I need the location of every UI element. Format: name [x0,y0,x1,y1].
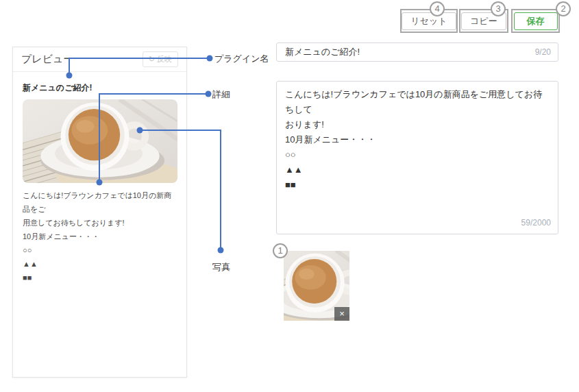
connector-line [99,93,100,181]
preview-description-line: ▲▲ [23,257,177,271]
connector-line [140,130,221,131]
preview-description-line: こんにちは!ブラウンカフェでは10月の新商品をご [23,188,177,216]
preview-description-line: ■■ [23,271,177,284]
step-4-badge: 4 [430,1,445,16]
refresh-icon: ↻ [149,55,155,63]
apply-button-label: 反映 [157,55,172,63]
connector-dot [207,56,213,62]
connector-dot [218,247,224,254]
preview-photo [23,99,177,183]
detail-line: ▲▲ [285,162,550,177]
plugin-edit-screen: リセット コピー 保存 4 3 2 プレビュー ↻ 反映 新メニュのご紹介! こ… [0,0,579,392]
preview-description: こんにちは!ブラウンカフェでは10月の新商品をご 用意してお待ちしております! … [23,188,177,284]
preview-description-line: 10月新メニュー・・・ [23,230,177,243]
photo-thumbnail[interactable]: × [284,251,349,321]
preview-post-title: 新メニュのご紹介! [23,82,177,94]
connector-line [69,58,70,74]
plugin-name-input[interactable] [284,47,530,58]
label-photo: 写真 [212,261,230,273]
connector-line [69,58,210,59]
detail-line: ○○ [285,147,550,162]
title-char-counter: 9/20 [535,47,551,57]
plugin-name-field[interactable]: 9/20 [276,42,558,62]
label-detail: 詳細 [212,88,230,101]
connector-dot [137,127,143,134]
step-2-badge: 2 [556,1,571,16]
detail-line: おります! [285,117,550,132]
detail-line: 10月新メニュー・・・ [285,132,550,147]
step-1-badge: 1 [273,243,288,258]
connector-dot [97,180,103,186]
detail-line: こんにちは!ブラウンカフェでは10月の新商品をご用意してお待ちして [285,87,550,117]
preview-header: プレビュー ↻ 反映 [13,47,186,72]
connector-line [99,93,208,95]
annotation-box-save: 保存 [511,9,560,33]
reset-button[interactable]: リセット [402,12,456,30]
detail-char-counter: 59/2000 [521,215,551,230]
detail-line: ■■ [285,177,550,193]
preview-description-line: 用意してお待ちしております! [23,216,177,230]
connector-dot [206,91,212,97]
preview-description-line: ○○ [23,243,177,257]
step-3-badge: 3 [491,1,506,16]
detail-textarea[interactable]: こんにちは!ブラウンカフェでは10月の新商品をご用意してお待ちして おります! … [276,81,558,234]
preview-panel-title: プレビュー [21,53,73,66]
annotation-box-reset: リセット [400,9,458,33]
label-plugin-name: プラグイン名 [214,53,269,65]
save-button[interactable]: 保存 [514,12,558,30]
remove-photo-button[interactable]: × [334,307,349,321]
connector-line [220,130,221,249]
apply-button[interactable]: ↻ 反映 [143,51,178,67]
connector-dot [66,73,73,79]
